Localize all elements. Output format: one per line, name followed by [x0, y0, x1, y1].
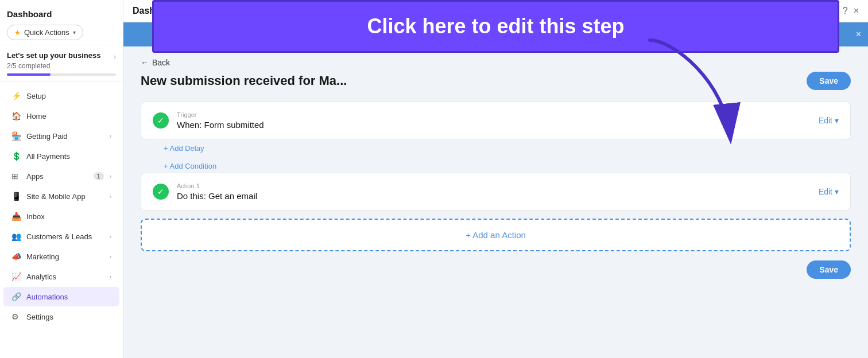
sidebar: Dashboard ★ Quick Actions ▾ Let's set up…: [0, 0, 123, 358]
chevron-right-icon: ›: [110, 254, 111, 260]
chevron-right-icon: ›: [110, 173, 111, 180]
customers-icon: 👥: [11, 232, 21, 241]
back-arrow-icon: ←: [141, 58, 149, 67]
sidebar-header: Dashboard ★ Quick Actions ▾: [0, 0, 123, 45]
sidebar-item-inbox[interactable]: 📥 Inbox: [3, 207, 119, 226]
sidebar-item-label: Site & Mobile App: [26, 192, 104, 201]
page-title: New submission received for Ma...: [141, 73, 800, 88]
main-area: Dashboard ? × Click here to edit this st…: [123, 0, 868, 358]
trigger-card-content: Trigger When: Form submitted: [177, 111, 811, 130]
tooltip-banner: Click here to edit this step: [152, 0, 839, 53]
star-icon: ★: [14, 29, 21, 37]
sidebar-item-label: Home: [26, 112, 111, 120]
top-bar-close-button[interactable]: ×: [856, 29, 861, 40]
sidebar-item-label: Apps: [26, 172, 88, 181]
chevron-right-icon: ›: [110, 274, 111, 280]
back-label: Back: [152, 58, 170, 67]
sidebar-item-marketing[interactable]: 📣 Marketing ›: [3, 247, 119, 266]
content-area: ← Back New submission received for Ma...…: [123, 46, 868, 358]
sidebar-item-label: Analytics: [26, 273, 104, 281]
quick-actions-button[interactable]: ★ Quick Actions ▾: [7, 25, 83, 40]
setup-title: Let's set up your business: [7, 51, 100, 60]
home-icon: 🏠: [11, 111, 21, 120]
action-edit-label: Edit: [819, 187, 832, 196]
sidebar-item-label: Marketing: [26, 252, 104, 261]
sidebar-item-apps[interactable]: ⊞ Apps 1 ›: [3, 166, 119, 186]
analytics-icon: 📈: [11, 272, 21, 281]
save-button-bottom[interactable]: Save: [807, 260, 851, 279]
back-link[interactable]: ← Back: [141, 58, 851, 67]
sidebar-item-customers-leads[interactable]: 👥 Customers & Leads ›: [3, 227, 119, 246]
sidebar-item-label: Settings: [26, 313, 111, 321]
trigger-edit-label: Edit: [819, 116, 832, 125]
trigger-edit-button[interactable]: Edit ▾: [819, 116, 839, 125]
marketing-icon: 📣: [11, 252, 21, 261]
apps-badge: 1: [94, 172, 104, 180]
action-label: Action 1: [177, 182, 811, 189]
trigger-check-icon: ✓: [153, 112, 169, 129]
sidebar-item-getting-paid[interactable]: 🏪 Getting Paid ›: [3, 126, 119, 146]
help-button[interactable]: ?: [843, 6, 848, 16]
payments-icon: 💲: [11, 151, 21, 161]
chevron-right-icon: ›: [110, 234, 111, 240]
connector-links: + Add Delay + Add Condition: [141, 139, 851, 173]
getting-paid-icon: 🏪: [11, 131, 21, 141]
sidebar-nav: ⚡ Setup 🏠 Home 🏪 Getting Paid › 💲 All Pa…: [0, 82, 123, 358]
inbox-icon: 📥: [11, 212, 21, 221]
sidebar-setup[interactable]: Let's set up your business › 2/5 complet…: [0, 45, 123, 82]
trigger-value: When: Form submitted: [177, 120, 811, 130]
action-card-content: Action 1 Do this: Get an email: [177, 182, 811, 201]
chevron-down-icon: ▾: [73, 29, 76, 36]
save-button-top[interactable]: Save: [807, 72, 851, 90]
sidebar-item-analytics[interactable]: 📈 Analytics ›: [3, 267, 119, 286]
sidebar-item-automations[interactable]: 🔗 Automations: [3, 287, 119, 306]
sidebar-item-label: Setup: [26, 92, 111, 100]
settings-icon: ⚙: [11, 312, 21, 321]
action-value: Do this: Get an email: [177, 191, 811, 201]
progress-bar-bg: [7, 73, 116, 76]
sidebar-item-setup[interactable]: ⚡ Setup: [3, 86, 119, 106]
progress-bar-fill: [7, 73, 51, 76]
automations-icon: 🔗: [11, 292, 21, 301]
sidebar-item-home[interactable]: 🏠 Home: [3, 106, 119, 126]
site-mobile-icon: 📱: [11, 192, 21, 201]
apps-icon: ⊞: [11, 172, 21, 181]
add-action-button[interactable]: + Add an Action: [141, 219, 851, 251]
setup-icon: ⚡: [11, 91, 21, 100]
action-card: ✓ Action 1 Do this: Get an email Edit ▾: [141, 173, 851, 211]
sidebar-item-label: Automations: [26, 293, 111, 301]
add-condition-link[interactable]: + Add Condition: [164, 162, 216, 170]
dashboard-title: Dashboard: [7, 9, 116, 19]
quick-actions-label: Quick Actions: [24, 28, 69, 37]
close-button[interactable]: ×: [854, 6, 859, 16]
trigger-card: ✓ Trigger When: Form submitted Edit ▾: [141, 102, 851, 139]
chevron-right-icon: ›: [110, 193, 111, 200]
action-check-icon: ✓: [153, 184, 169, 200]
chevron-right-icon: ›: [110, 133, 111, 139]
sidebar-item-site-mobile[interactable]: 📱 Site & Mobile App ›: [3, 186, 119, 206]
chevron-down-icon: ▾: [835, 116, 839, 125]
sidebar-item-settings[interactable]: ⚙ Settings: [3, 307, 119, 326]
chevron-down-icon: ▾: [835, 187, 839, 196]
sidebar-item-label: Inbox: [26, 212, 111, 221]
sidebar-item-all-payments[interactable]: 💲 All Payments: [3, 146, 119, 166]
tooltip-text: Click here to edit this step: [367, 14, 624, 38]
setup-arrow-icon: ›: [114, 53, 116, 61]
title-row: New submission received for Ma... Save: [141, 72, 851, 90]
add-delay-link[interactable]: + Add Delay: [164, 144, 204, 153]
sidebar-item-label: Getting Paid: [26, 132, 104, 141]
action-edit-button[interactable]: Edit ▾: [819, 187, 839, 196]
sidebar-item-label: All Payments: [26, 152, 111, 161]
header-icons: ? ×: [843, 6, 859, 16]
trigger-label: Trigger: [177, 111, 811, 118]
sidebar-item-label: Customers & Leads: [26, 232, 104, 241]
setup-progress: 2/5 completed: [7, 62, 116, 70]
